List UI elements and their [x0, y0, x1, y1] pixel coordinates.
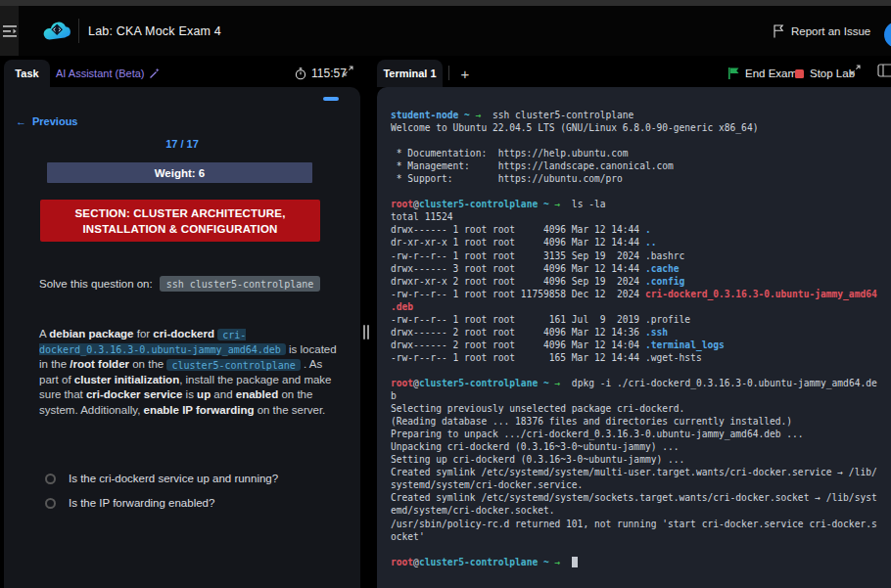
terminal-line — [391, 543, 891, 556]
terminal-line: (Reading database ... 18376 files and di… — [391, 415, 891, 428]
description-text: for — [134, 328, 154, 339]
terminal-output[interactable]: student-node ~ → ssh cluster5-controlpla… — [391, 109, 891, 568]
terminal-line: drwx------ 2 root root 4096 Mar 12 14:04… — [391, 339, 891, 351]
terminal-line: drwx------ 3 root root 4096 Mar 12 14:44… — [391, 262, 891, 275]
terminal-line: .deb — [391, 300, 891, 313]
expand-icon — [850, 65, 861, 75]
description-text: and — [211, 388, 236, 400]
description-text: enable IP forwarding — [144, 404, 255, 416]
radio-cri-dockerd-service[interactable] — [45, 474, 56, 484]
stop-lab-button[interactable]: Stop Lab — [795, 60, 855, 87]
panel-resize-handle[interactable] — [363, 325, 371, 339]
question-progress: 17 / 17 — [4, 138, 360, 150]
terminal-line: Preparing to unpack .../cri-dockerd_0.3.… — [391, 428, 891, 440]
question-row: Is the IP forwarding enabled? — [45, 497, 278, 509]
ssh-target-chip[interactable]: ssh cluster5-controlplane — [160, 276, 321, 292]
question-label: Is the cri-dockerd service up and runnin… — [69, 473, 278, 484]
terminal-line: -rw-r--r-- 1 root root 11759858 Dec 12 2… — [391, 288, 891, 300]
section-banner-line1: SECTION: CLUSTER ARCHITECTURE, — [74, 205, 285, 221]
user-avatar[interactable] — [884, 22, 891, 48]
app-root: Lab: CKA Mock Exam 4 Report an Issue Tas… — [0, 0, 891, 588]
terminal-line: -rw-r--r-- 1 root root 3135 Sep 19 2024 … — [391, 249, 891, 262]
terminal-line: total 11524 — [391, 210, 891, 223]
magic-wand-icon — [149, 68, 161, 79]
end-exam-button[interactable]: End Exam — [728, 60, 797, 87]
terminal-line: Selecting previously unselected package … — [391, 402, 891, 415]
terminal-line: systemd/system/cri-docker.service. — [391, 478, 891, 491]
terminal-line: dr-xr-xr-x 1 root root 4096 Mar 12 14:44… — [391, 236, 891, 249]
terminal-line: root@cluster5-controlplane ~ → dpkg -i .… — [391, 377, 891, 389]
terminal-line: * Management: https://landscape.canonica… — [391, 159, 891, 172]
timer-value: 115:57 — [311, 67, 347, 80]
tab-terminal-1[interactable]: Terminal 1 — [377, 60, 443, 87]
tab-task[interactable]: Task — [4, 60, 50, 87]
navbar-divider — [78, 19, 79, 43]
previous-question-button[interactable]: ← Previous — [16, 115, 77, 127]
cloud-logo-icon — [41, 19, 72, 42]
exam-timer: 115:57 — [295, 60, 347, 87]
validation-questions: Is the cri-dockerd service up and runnin… — [45, 473, 278, 509]
task-panel: ← Previous 17 / 17 Weight: 6 SECTION: CL… — [4, 87, 360, 588]
sidebar-toggle-icon — [3, 25, 17, 37]
flag-outline-icon — [773, 24, 784, 38]
terminal-line: /usr/sbin/policy-rc.d returned 101, not … — [391, 518, 891, 530]
solve-on-label: Solve this question on: — [39, 278, 153, 290]
description-text: on the — [129, 358, 166, 370]
weight-badge: Weight: 6 — [47, 162, 312, 183]
terminal-line: ocket' — [391, 530, 891, 543]
terminal-line: drwxr-xr-x 2 root root 4096 Sep 19 2024 … — [391, 275, 891, 288]
terminal-panel[interactable]: student-node ~ → ssh cluster5-controlpla… — [377, 87, 891, 588]
question-label: Is the IP forwarding enabled? — [69, 497, 214, 509]
report-issue-button[interactable]: Report an Issue — [773, 6, 870, 56]
description-text: /root folder — [70, 358, 129, 370]
terminal-line: Setting up cri-dockerd (0.3.16~3-0~ubunt… — [391, 453, 891, 466]
terminal-line: -rw-r--r-- 1 root root 165 Mar 12 14:44 … — [391, 351, 891, 364]
tab-ai-label: AI Assistant (Beta) — [56, 68, 144, 79]
minimize-panel-button[interactable] — [323, 97, 339, 101]
lab-title: Lab: CKA Mock Exam 4 — [88, 6, 221, 56]
radio-ip-forwarding[interactable] — [45, 498, 56, 509]
description-text: enabled — [236, 388, 278, 400]
terminal-line: Unpacking cri-dockerd (0.3.16~3-0~ubuntu… — [391, 440, 891, 453]
terminal-line: emd/system/cri-docker.socket. — [391, 504, 891, 517]
tab-bar: Task AI Assistant (Beta) 115:57 Terminal… — [0, 56, 891, 87]
new-terminal-button[interactable]: + — [456, 60, 474, 87]
terminal-cursor — [572, 557, 578, 567]
tab-ai-assistant[interactable]: AI Assistant (Beta) — [56, 60, 161, 87]
terminal-line: * Support: https://ubuntu.com/pro — [391, 172, 891, 185]
kodekloud-logo[interactable] — [41, 19, 72, 46]
expand-task-panel-button[interactable] — [343, 63, 353, 80]
stop-square-icon — [795, 69, 804, 78]
tab-task-label: Task — [15, 68, 38, 79]
terminal-line: root@cluster5-controlplane ~ → ls -la — [391, 198, 891, 210]
question-row: Is the cri-dockerd service up and runnin… — [45, 473, 278, 484]
terminal-line: Welcome to Ubuntu 22.04.5 LTS (GNU/Linux… — [391, 121, 891, 134]
description-text: debian package — [49, 328, 133, 339]
stop-lab-label: Stop Lab — [810, 68, 855, 79]
terminal-line: drwx------ 1 root root 4096 Mar 12 14:44… — [391, 223, 891, 236]
terminal-bar-divider — [448, 66, 449, 80]
terminal-line: student-node ~ → ssh cluster5-controlpla… — [391, 109, 891, 121]
green-flag-icon — [728, 68, 739, 79]
terminal-line: root@cluster5-controlplane ~ → — [391, 556, 891, 568]
layout-panel-button[interactable] — [877, 64, 891, 81]
arrow-left-icon: ← — [16, 115, 26, 127]
terminal-line — [391, 364, 891, 377]
description-text: up — [197, 388, 211, 400]
end-exam-label: End Exam — [745, 68, 797, 79]
description-text: on the server. — [254, 404, 325, 416]
description-text: A — [39, 328, 49, 339]
panel-layout-icon — [877, 64, 891, 77]
tab-terminal-label: Terminal 1 — [383, 68, 436, 79]
previous-label: Previous — [32, 115, 77, 127]
section-banner: SECTION: CLUSTER ARCHITECTURE, INSTALLAT… — [40, 200, 320, 242]
description-text: cri-docker service — [86, 388, 182, 400]
expand-terminal-button[interactable] — [850, 62, 861, 79]
terminal-line: -rw-r--r-- 1 root root 161 Jul 9 2019 .p… — [391, 313, 891, 326]
top-navbar: Lab: CKA Mock Exam 4 Report an Issue — [0, 6, 891, 56]
expand-icon — [343, 66, 353, 76]
report-issue-label: Report an Issue — [791, 25, 870, 37]
terminal-line: Created symlink /etc/systemd/system/sock… — [391, 491, 891, 504]
sidebar-toggle-button[interactable] — [0, 6, 19, 56]
task-description: A debian package for cri-dockerd cri-doc… — [39, 327, 345, 418]
